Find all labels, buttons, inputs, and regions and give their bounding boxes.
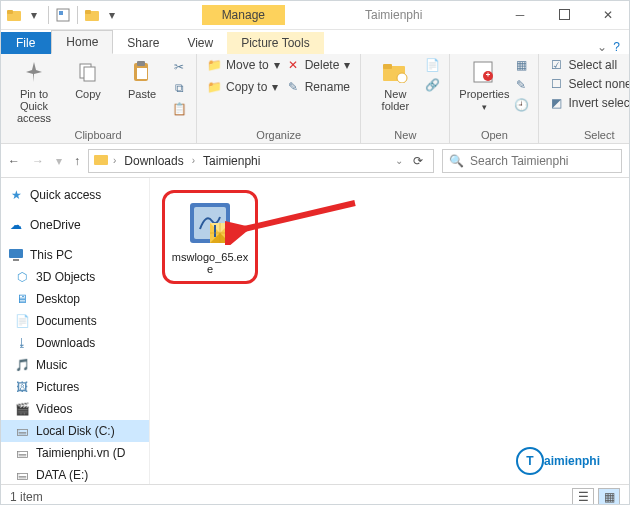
dropdown-icon[interactable]: ▾	[26, 7, 42, 23]
documents-icon: 📄	[14, 313, 30, 329]
sidebar-pictures[interactable]: 🖼Pictures	[0, 376, 149, 398]
search-box[interactable]: 🔍	[442, 149, 622, 173]
invert-selection-button[interactable]: ◩Invert selection	[549, 96, 630, 110]
search-input[interactable]	[470, 154, 615, 168]
select-all-button[interactable]: ☑Select all	[549, 58, 630, 72]
music-icon: 🎵	[14, 357, 30, 373]
tab-home[interactable]: Home	[51, 30, 113, 54]
pin-quick-access-button[interactable]: Pin to Quick access	[10, 58, 58, 124]
sidebar-onedrive[interactable]: ☁OneDrive	[0, 214, 149, 236]
file-item[interactable]: mswlogo_65.exe	[162, 190, 258, 284]
forward-button[interactable]: →	[32, 154, 44, 168]
tab-share[interactable]: Share	[113, 32, 173, 54]
sidebar-drive-e[interactable]: 🖴DATA (E:)	[0, 464, 149, 484]
watermark: Taimienphi	[516, 445, 600, 475]
sidebar-this-pc[interactable]: This PC	[0, 244, 149, 266]
move-to-button[interactable]: 📁Move to ▾	[207, 58, 280, 72]
svg-rect-19	[94, 155, 108, 165]
drive-icon: 🖴	[14, 467, 30, 483]
sidebar-drive-d[interactable]: 🖴Taimienphi.vn (D	[0, 442, 149, 464]
exe-icon	[186, 199, 234, 247]
group-clipboard: Pin to Quick access Copy Paste ✂ ⧉ 📋 Cli…	[0, 54, 197, 143]
breadcrumb[interactable]: Taimienphi	[199, 154, 264, 168]
icons-view-button[interactable]: ▦	[598, 488, 620, 506]
copy-button[interactable]: Copy	[64, 58, 112, 100]
window-controls: ─ ✕	[498, 0, 630, 30]
paste-shortcut-icon[interactable]: 📋	[172, 102, 186, 116]
minimize-button[interactable]: ─	[498, 0, 542, 30]
properties-button[interactable]: Properties ▾	[460, 58, 508, 112]
pin-icon	[20, 58, 48, 86]
select-none-button[interactable]: ☐Select none	[549, 77, 630, 91]
paste-button[interactable]: Paste	[118, 58, 166, 100]
sidebar-3d-objects[interactable]: ⬡3D Objects	[0, 266, 149, 288]
copy-path-icon[interactable]: ⧉	[172, 81, 186, 95]
dropdown-icon[interactable]: ▾	[104, 7, 120, 23]
tab-view[interactable]: View	[173, 32, 227, 54]
quick-access-toolbar: ▾ ▾	[0, 6, 126, 24]
dropdown-icon[interactable]: ⌄	[395, 155, 403, 166]
sidebar-desktop[interactable]: 🖥Desktop	[0, 288, 149, 310]
chevron-right-icon[interactable]: ›	[192, 155, 195, 166]
refresh-button[interactable]: ⟳	[407, 154, 429, 168]
status-bar: 1 item ☰ ▦	[0, 484, 630, 505]
folder-icon	[93, 151, 109, 170]
downloads-icon: ⭳	[14, 335, 30, 351]
chevron-right-icon[interactable]: ›	[113, 155, 116, 166]
drive-icon: 🖴	[14, 445, 30, 461]
sidebar-documents[interactable]: 📄Documents	[0, 310, 149, 332]
edit-icon[interactable]: ✎	[514, 78, 528, 92]
group-label: Clipboard	[10, 127, 186, 141]
tab-picture-tools[interactable]: Picture Tools	[227, 32, 323, 54]
cut-icon[interactable]: ✂	[172, 60, 186, 74]
pictures-icon: 🖼	[14, 379, 30, 395]
breadcrumb[interactable]: Downloads	[120, 154, 187, 168]
delete-icon: ✕	[286, 58, 300, 72]
ribbon: Pin to Quick access Copy Paste ✂ ⧉ 📋 Cli…	[0, 54, 630, 144]
maximize-button[interactable]	[542, 0, 586, 30]
svg-rect-5	[85, 10, 91, 14]
svg-rect-3	[59, 11, 63, 15]
details-view-button[interactable]: ☰	[572, 488, 594, 506]
group-label: New	[371, 127, 439, 141]
sidebar-videos[interactable]: 🎬Videos	[0, 398, 149, 420]
tab-file[interactable]: File	[0, 32, 51, 54]
delete-button[interactable]: ✕Delete ▾	[286, 58, 351, 72]
properties-icon[interactable]	[55, 7, 71, 23]
easy-access-icon[interactable]: 🔗	[425, 78, 439, 92]
svg-rect-8	[84, 67, 95, 81]
recent-dropdown[interactable]: ▾	[56, 154, 62, 168]
folder-icon[interactable]	[84, 7, 100, 23]
history-icon[interactable]: 🕘	[514, 98, 528, 112]
folder-icon[interactable]	[6, 7, 22, 23]
new-item-icon[interactable]: 📄	[425, 58, 439, 72]
back-button[interactable]: ←	[8, 154, 20, 168]
file-list[interactable]: mswlogo_65.exe	[150, 178, 630, 484]
group-label: Open	[460, 127, 528, 141]
sidebar-quick-access[interactable]: ★Quick access	[0, 184, 149, 206]
up-button[interactable]: ↑	[74, 154, 80, 168]
sidebar-local-disk-c[interactable]: 🖴Local Disk (C:)	[0, 420, 149, 442]
svg-rect-24	[214, 225, 216, 237]
star-icon: ★	[8, 187, 24, 203]
search-icon: 🔍	[449, 154, 464, 168]
address-box[interactable]: › Downloads › Taimienphi ⌄ ⟳	[88, 149, 434, 173]
cloud-icon: ☁	[8, 217, 24, 233]
new-folder-button[interactable]: New folder	[371, 58, 419, 112]
open-icon[interactable]: ▦	[514, 58, 528, 72]
context-tab-manage[interactable]: Manage	[202, 5, 285, 25]
invert-icon: ◩	[549, 96, 563, 110]
help-icon[interactable]: ?	[613, 40, 620, 54]
copy-to-button[interactable]: 📁Copy to ▾	[207, 80, 280, 94]
titlebar: ▾ ▾ Manage Taimienphi ─ ✕	[0, 0, 630, 30]
copy-to-icon: 📁	[207, 80, 221, 94]
new-folder-icon	[381, 58, 409, 86]
sidebar-downloads[interactable]: ⭳Downloads	[0, 332, 149, 354]
paste-icon	[128, 58, 156, 86]
ribbon-collapse-icon[interactable]: ⌄	[597, 40, 607, 54]
sidebar-music[interactable]: 🎵Music	[0, 354, 149, 376]
group-open: Properties ▾ ▦ ✎ 🕘 Open	[450, 54, 539, 143]
properties-icon	[470, 58, 498, 86]
close-button[interactable]: ✕	[586, 0, 630, 30]
rename-button[interactable]: ✎Rename	[286, 80, 351, 94]
